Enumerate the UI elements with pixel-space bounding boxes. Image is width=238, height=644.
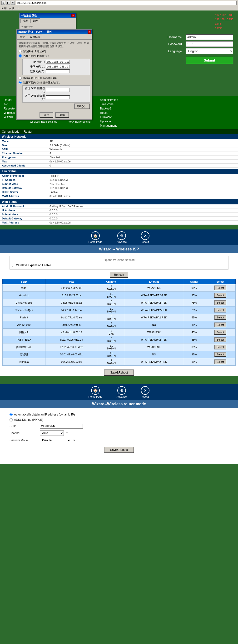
nav-firmware[interactable]: Firmware	[100, 116, 118, 119]
scan-select-cell: Select	[205, 329, 236, 336]
router-logout-icon[interactable]: ✕ logout	[141, 386, 149, 398]
cancel-button[interactable]: 取消	[55, 112, 69, 118]
row-value: Disabled	[48, 156, 238, 160]
select-button[interactable]: Select	[214, 308, 226, 312]
preferred-dns-input[interactable]	[46, 88, 70, 92]
nav-admin[interactable]: Administration	[100, 98, 118, 102]
scan-ssid: Fushi3	[2, 314, 45, 321]
select-button[interactable]: Select	[214, 352, 226, 357]
row-value: 2.4 GHz (B+G+N)	[48, 143, 238, 148]
select-button[interactable]: Select	[214, 360, 226, 364]
scan-mac: 00:22:c0:16:57:01	[45, 358, 98, 366]
home-icon-circle: 🏠	[91, 231, 100, 240]
address-bar[interactable]	[16, 1, 237, 5]
lan-row: IP Address192.168.10.253	[0, 178, 238, 182]
select-button[interactable]: Select	[214, 286, 226, 290]
row-label: MAC Address	[0, 221, 48, 225]
scan-mac: 38:e5:95:1c:95:a5	[45, 299, 98, 306]
router-home-circle: 🏠	[91, 386, 100, 395]
dialog1-tab-advanced[interactable]: 高级	[30, 18, 40, 23]
select-button[interactable]: Select	[214, 330, 226, 335]
dialog1-section1: 连接时使用	[21, 25, 74, 28]
home-label: Home Page	[89, 240, 102, 243]
menu-baidu[interactable]: 百度一下	[9, 6, 19, 10]
select-button[interactable]: Select	[214, 345, 226, 350]
advanced-button[interactable]: 高级(V)...	[74, 104, 90, 109]
manual-ip-radio[interactable]	[18, 54, 22, 58]
pppoe-radio[interactable]	[9, 418, 13, 422]
nav-backup[interactable]: Backup&	[100, 107, 118, 110]
select-button[interactable]: Select	[214, 337, 226, 342]
ssid-input[interactable]	[40, 424, 83, 428]
dialog1-tab-general[interactable]: 常规	[20, 18, 30, 23]
scan-channel: 6 G+N	[98, 329, 125, 336]
wizard-advance-icon[interactable]: ⚙ Advance	[117, 231, 127, 243]
refresh-button[interactable]: ↻	[11, 1, 15, 5]
isp-save-reboot-button[interactable]: Save&Reboot	[104, 370, 134, 376]
row-label: SSID	[0, 148, 48, 152]
expansion-enable-checkbox[interactable]	[12, 264, 15, 267]
language-select[interactable]: English Chinese	[186, 48, 233, 54]
wireless-row: EncryptionDisabled	[0, 156, 238, 160]
router-home-icon[interactable]: 🏠 Home Page	[89, 386, 102, 398]
ok-button[interactable]: 确定	[39, 112, 53, 118]
nav-reset[interactable]: Reset	[100, 111, 118, 114]
password-input[interactable]	[186, 41, 233, 47]
dialog2-tab-general[interactable]: 常规	[18, 34, 27, 39]
scan-col-header: Select	[205, 279, 236, 284]
gateway-input[interactable]	[46, 70, 70, 73]
security-select[interactable]: Disable WEP WPA-PSK WPA2-PSK	[40, 438, 71, 443]
scan-col-header: Mac	[45, 279, 98, 284]
dialog1-close[interactable]: ×	[71, 14, 75, 18]
dialog2-close[interactable]: ×	[88, 30, 91, 34]
wan-row: MAC Address0e:41:58:00:ab:0d	[0, 221, 238, 225]
scan-ssid: 赛经理	[2, 351, 45, 358]
dialog2-tab-alt[interactable]: 备用配置	[28, 34, 42, 39]
auto-ip-row: 自动获得 IP 地址(O)	[18, 50, 90, 53]
nav-upgrade[interactable]: Upgrade	[100, 120, 118, 123]
subnet-input[interactable]	[46, 65, 70, 68]
scan-row: Fushi3 bc:d1:77:b4:71:ee 6 B+G+N WPA-PSK…	[2, 314, 236, 321]
row-value: 0e:41:58:00:ab:0d	[48, 221, 238, 225]
scan-table: SSIDMacChannelEncryptSignalSelect xtdp 6…	[2, 279, 236, 366]
username-input[interactable]	[186, 34, 233, 40]
select-button[interactable]: Select	[214, 300, 226, 305]
ip-address-input[interactable]	[46, 60, 70, 64]
scan-signal: 35%	[183, 336, 205, 344]
scan-encrypt: WPA2-PSK	[125, 329, 183, 336]
row-label: Band	[0, 143, 48, 148]
wizard-logout-icon[interactable]: ✕ logout	[141, 231, 149, 243]
channel-select[interactable]: Auto 1234 5678 91011	[40, 430, 64, 436]
row-label: Subnet Mask	[0, 182, 48, 186]
alternate-dns-input[interactable]	[46, 96, 70, 99]
auto-ip-radio[interactable]	[18, 50, 22, 53]
subnet-label: 子网掩码(U):	[23, 65, 45, 68]
select-button[interactable]: Select	[214, 315, 226, 320]
back-button[interactable]: ◀	[1, 1, 5, 5]
scan-select-cell: Select	[205, 321, 236, 329]
manual-dns-radio[interactable]	[18, 81, 22, 84]
wizard-isp-section: 🏠 Home Page ⚙ Advance ✕ logout Wizard --…	[0, 230, 238, 376]
forward-button[interactable]: ▶	[6, 1, 10, 5]
nav-management[interactable]: Management	[100, 124, 118, 127]
row-label: MAC Address	[0, 194, 48, 198]
wan-row: IP Address0.0.0.0	[0, 208, 238, 212]
auto-dns-radio[interactable]	[18, 76, 22, 80]
dynamic-ip-radio[interactable]	[9, 413, 13, 416]
select-button[interactable]: Select	[214, 293, 226, 298]
wizard-home-icon[interactable]: 🏠 Home Page	[89, 231, 102, 243]
scan-encrypt: WPA-PSK/WPA2-PSK	[125, 292, 183, 299]
select-button[interactable]: Select	[214, 322, 226, 327]
row-label: Attain IP Protocol	[0, 204, 48, 208]
refresh-button[interactable]: Refresh	[110, 272, 128, 278]
preferred-dns-row: 首选 DNS 服务器(P):	[23, 86, 89, 93]
menu-apps[interactable]: 应用	[1, 6, 7, 10]
manual-dns-row: 使用下面的 DNS 服务器地址(E):	[18, 81, 90, 84]
nav-timezone[interactable]: Time Zone	[100, 102, 118, 106]
submit-button[interactable]: Submit	[186, 56, 233, 64]
channel-label: Channel	[9, 432, 38, 435]
scan-row: liyanhua 00:22:c0:16:57:01 1 B+G+N WPA-P…	[2, 358, 236, 366]
router-advance-icon[interactable]: ⚙ Advance	[117, 386, 127, 398]
row-label: Subnet Mask	[0, 212, 48, 216]
router-save-reboot-button[interactable]: Save&Reboot	[104, 447, 134, 453]
